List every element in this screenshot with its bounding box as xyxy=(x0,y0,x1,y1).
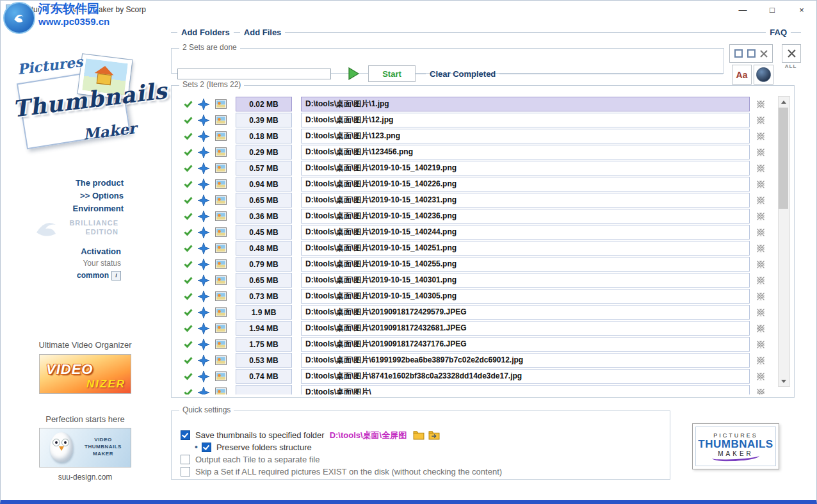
sidebar-item-environment[interactable]: Environment xyxy=(73,202,124,215)
table-row[interactable]: 1.94 MB D:\tools\桌面\图片\20190918172432681… xyxy=(179,320,767,336)
remove-row-icon[interactable] xyxy=(756,163,767,174)
remove-row-icon[interactable] xyxy=(756,195,767,206)
titlebar: Pictures Thumbnails Maker by Scorp — □ × xyxy=(1,1,816,19)
add-files-button[interactable]: Add Files xyxy=(240,28,286,37)
close-button[interactable]: × xyxy=(787,1,816,19)
picture-icon xyxy=(215,259,227,269)
row-size: 0.02 MB xyxy=(236,97,292,111)
remove-row-icon[interactable] xyxy=(756,243,767,254)
set-template-icon xyxy=(197,354,210,367)
table-row[interactable]: 0.65 MB D:\tools\桌面\图片\2019-10-15_140231… xyxy=(179,192,767,208)
clear-completed-button[interactable]: Clear Completed xyxy=(426,69,499,79)
remove-row-icon[interactable] xyxy=(756,99,767,110)
progress-row: Start Clear Completed xyxy=(177,65,723,82)
separate-file-option[interactable]: Output each Tile to a separate file xyxy=(181,453,670,466)
selection-tools-button[interactable] xyxy=(729,44,773,63)
picture-icon xyxy=(215,131,227,141)
video-thumbnails-maker-banner[interactable]: VIDEO THUMBNAILS MAKER xyxy=(39,428,131,467)
preserve-structure-option[interactable]: • Preserve folders structure xyxy=(195,441,670,453)
progress-group-label: 2 Sets are done xyxy=(179,43,240,52)
table-row[interactable]: 0.29 MB D:\tools\桌面\图片\123456.png xyxy=(179,144,767,160)
remove-row-icon[interactable] xyxy=(756,339,767,350)
row-size: 0.94 MB xyxy=(236,177,292,191)
skip-set-label: Skip a Set if ALL required pictures EXIS… xyxy=(195,467,502,476)
separate-file-checkbox[interactable] xyxy=(181,455,190,464)
done-check-icon xyxy=(183,260,193,269)
select-box-icon xyxy=(747,49,756,58)
set-template-icon xyxy=(197,322,210,335)
list-scrollbar[interactable] xyxy=(778,96,790,387)
done-check-icon xyxy=(183,196,193,205)
table-row[interactable]: 1.9 MB D:\tools\桌面\图片\20190918172429579.… xyxy=(179,304,767,320)
table-row[interactable]: 0.79 MB D:\tools\桌面\图片\2019-10-15_140255… xyxy=(179,256,767,272)
remove-row-icon[interactable] xyxy=(756,259,767,270)
scroll-up-icon[interactable] xyxy=(779,97,788,107)
clear-all-button[interactable] xyxy=(782,44,801,63)
table-row[interactable]: D:\tools\桌面\图片\ xyxy=(179,384,767,394)
sidebar-item-options[interactable]: >> Options xyxy=(73,190,124,202)
pictures-thumbnails-maker-logo[interactable]: PICTURES THUMBNAILS MAKER xyxy=(692,423,779,469)
suu-design-link[interactable]: suu-design.com xyxy=(16,473,154,482)
table-row[interactable]: 0.36 MB D:\tools\桌面\图片\2019-10-15_140236… xyxy=(179,208,767,224)
sets-rows: 0.02 MB D:\tools\桌面\图片\1.jpg 0.39 MB D:\… xyxy=(179,96,767,394)
remove-row-icon[interactable] xyxy=(756,323,767,334)
remove-row-icon[interactable] xyxy=(756,291,767,302)
preserve-structure-checkbox[interactable] xyxy=(202,443,211,452)
remove-row-icon[interactable] xyxy=(756,371,767,382)
table-row[interactable]: 0.74 MB D:\tools\桌面\图片\8741e1602bf38c0a2… xyxy=(179,368,767,384)
remove-row-icon[interactable] xyxy=(756,211,767,222)
table-row[interactable]: 1.75 MB D:\tools\桌面\图片\20190918172437176… xyxy=(179,336,767,352)
remove-row-icon[interactable] xyxy=(756,355,767,366)
picture-icon xyxy=(215,195,227,205)
videonizer-banner[interactable]: VIDEO NIZER xyxy=(39,354,131,394)
owl-icon xyxy=(50,432,73,462)
remove-row-icon[interactable] xyxy=(756,307,767,318)
remove-row-icon[interactable] xyxy=(756,275,767,286)
sphere-icon xyxy=(756,67,771,82)
row-path: D:\tools\桌面\图片\20190918172432681.JPEG xyxy=(301,321,750,336)
table-row[interactable]: 0.73 MB D:\tools\桌面\图片\2019-10-15_140305… xyxy=(179,288,767,304)
table-row[interactable]: 0.65 MB D:\tools\桌面\图片\2019-10-15_140301… xyxy=(179,272,767,288)
common-link[interactable]: common xyxy=(77,270,109,282)
remove-row-icon[interactable] xyxy=(756,131,767,142)
remove-row-icon[interactable] xyxy=(756,115,767,126)
row-path: D:\tools\桌面\图片\123.png xyxy=(301,129,750,143)
skip-set-checkbox[interactable] xyxy=(181,467,190,476)
remove-row-icon[interactable] xyxy=(756,387,767,395)
set-template-icon xyxy=(197,210,210,223)
info-icon[interactable]: i xyxy=(111,271,121,280)
table-row[interactable]: 0.02 MB D:\tools\桌面\图片\1.jpg xyxy=(179,96,767,112)
remove-row-icon[interactable] xyxy=(756,147,767,158)
done-check-icon xyxy=(183,132,193,141)
row-path: D:\tools\桌面\图片\2019-10-15_140244.png xyxy=(301,225,750,240)
sidebar-item-product[interactable]: The product xyxy=(73,177,124,190)
table-row[interactable]: 0.53 MB D:\tools\桌面\图片\61991992bea6be389… xyxy=(179,352,767,368)
folder-icon[interactable] xyxy=(413,430,425,440)
save-thumbnails-option[interactable]: Save thumbnails to specified folder D:\t… xyxy=(181,429,670,441)
videonizer-word-video: VIDEO xyxy=(46,361,93,378)
scroll-down-icon[interactable] xyxy=(779,376,788,386)
add-folders-button[interactable]: Add Folders xyxy=(177,28,234,37)
table-row[interactable]: 0.18 MB D:\tools\桌面\图片\123.png xyxy=(179,128,767,144)
table-row[interactable]: 0.39 MB D:\tools\桌面\图片\12.jpg xyxy=(179,112,767,128)
table-row[interactable]: 0.48 MB D:\tools\桌面\图片\2019-10-15_140251… xyxy=(179,240,767,256)
table-row[interactable]: 0.45 MB D:\tools\桌面\图片\2019-10-15_140244… xyxy=(179,224,767,240)
skip-set-option[interactable]: Skip a Set if ALL required pictures EXIS… xyxy=(181,466,670,478)
theme-button[interactable] xyxy=(754,65,773,85)
remove-row-icon[interactable] xyxy=(756,179,767,190)
start-button[interactable]: Start xyxy=(368,65,416,82)
scrollbar-thumb[interactable] xyxy=(779,108,788,209)
row-path: D:\tools\桌面\图片\2019-10-15_140231.png xyxy=(301,193,750,207)
save-thumbnails-checkbox[interactable] xyxy=(181,430,190,440)
row-size: 0.65 MB xyxy=(236,273,292,288)
remove-row-icon[interactable] xyxy=(756,227,767,238)
table-row[interactable]: 0.94 MB D:\tools\桌面\图片\2019-10-15_140226… xyxy=(179,176,767,192)
minimize-button[interactable]: — xyxy=(728,1,757,19)
folder-open-icon[interactable] xyxy=(428,430,440,440)
activation-link[interactable]: Activation xyxy=(77,245,121,257)
maximize-button[interactable]: □ xyxy=(757,1,787,19)
row-size: 0.39 MB xyxy=(236,113,292,127)
font-button[interactable]: Aa xyxy=(732,65,752,85)
faq-link[interactable]: FAQ xyxy=(766,28,791,37)
table-row[interactable]: 0.57 MB D:\tools\桌面\图片\2019-10-15_140219… xyxy=(179,160,767,176)
